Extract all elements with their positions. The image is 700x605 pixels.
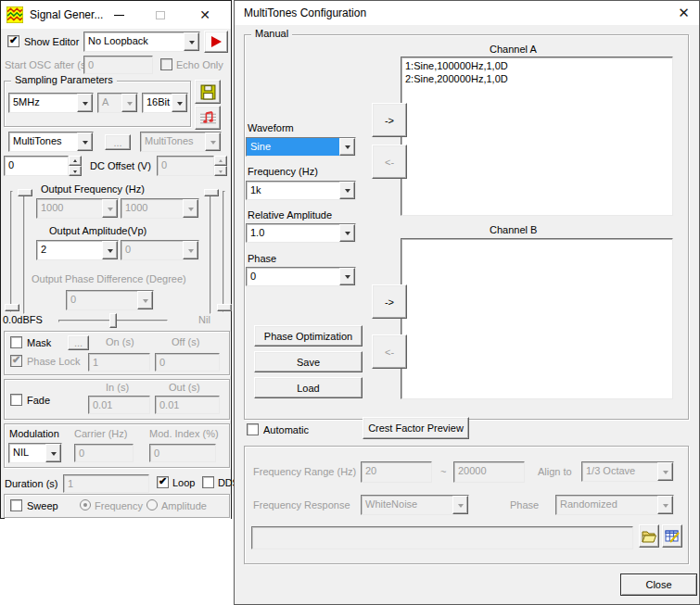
- tilde-label: ~: [440, 466, 446, 477]
- save-settings-button[interactable]: [195, 80, 221, 104]
- show-editor-checkbox[interactable]: ✔: [7, 35, 19, 47]
- level-slider-right-inner[interactable]: [210, 189, 212, 314]
- save-button[interactable]: Save: [254, 351, 363, 372]
- loopback-select[interactable]: No Loopback: [83, 32, 200, 52]
- multitones-titlebar[interactable]: MultiTones Configuration ✕: [235, 1, 699, 25]
- close-button[interactable]: ✕: [189, 1, 221, 29]
- dropdown-arrow-icon[interactable]: [339, 224, 355, 242]
- browse-file-button[interactable]: [639, 524, 659, 548]
- channel-a-list[interactable]: 1:Sine,100000Hz,1,0D2:Sine,200000Hz,1,0D: [401, 57, 673, 216]
- dropdown-arrow-icon[interactable]: [172, 94, 187, 112]
- dialog-close-button[interactable]: Close: [620, 573, 697, 596]
- channel-a-label: Channel A: [490, 44, 537, 55]
- duration-field[interactable]: 1: [63, 474, 149, 493]
- echo-only-checkbox[interactable]: [160, 58, 172, 70]
- level-slider-left-outer[interactable]: [10, 191, 13, 312]
- level-a-field[interactable]: 0: [4, 156, 69, 176]
- start-osc-field[interactable]: 0: [83, 56, 153, 74]
- auto-phase-label: Phase: [510, 499, 539, 510]
- carrier-field[interactable]: 0: [74, 444, 134, 462]
- mask-off-field[interactable]: 0: [155, 353, 220, 372]
- frequency-max-field[interactable]: 20000: [453, 461, 525, 483]
- tone-phase-select[interactable]: 0: [246, 267, 356, 286]
- add-to-channel-a-button[interactable]: ->: [372, 103, 407, 137]
- slider-thumb[interactable]: [109, 313, 117, 328]
- remove-from-channel-b-button[interactable]: <-: [372, 334, 407, 369]
- edit-table-button[interactable]: [662, 524, 682, 548]
- mask-checkbox[interactable]: [10, 336, 22, 348]
- dropdown-arrow-icon[interactable]: [339, 268, 355, 285]
- slider-thumb[interactable]: [217, 304, 232, 311]
- fade-out-field[interactable]: 0.01: [155, 396, 220, 414]
- add-to-channel-b-button[interactable]: ->: [372, 284, 407, 319]
- waveform-preview-button[interactable]: [195, 106, 221, 130]
- spin-down-icon[interactable]: [69, 166, 82, 176]
- remove-from-channel-a-button[interactable]: <-: [372, 145, 407, 179]
- dropdown-arrow-icon[interactable]: [184, 32, 199, 51]
- wave-type-b-select[interactable]: MultiTones: [140, 132, 222, 152]
- duration-label: Duration (s): [5, 478, 57, 489]
- phase-lock-checkbox[interactable]: ✔: [10, 355, 22, 367]
- wave-more-button[interactable]: ...: [105, 134, 131, 150]
- sweep-amplitude-radio[interactable]: [146, 499, 158, 510]
- dropdown-arrow-icon[interactable]: [77, 132, 93, 151]
- channel-select[interactable]: A: [97, 93, 138, 113]
- fade-checkbox[interactable]: [10, 394, 22, 406]
- wave-type-a-select[interactable]: MultiTones: [8, 132, 94, 152]
- load-button[interactable]: Load: [254, 377, 363, 398]
- dropdown-arrow-icon[interactable]: [102, 241, 118, 259]
- spin-up-icon[interactable]: [69, 156, 82, 166]
- carrier-label: Carrier (Hz): [74, 428, 127, 439]
- slider-thumb[interactable]: [18, 189, 32, 196]
- output-frequency-b-select[interactable]: 1000: [121, 198, 199, 219]
- auto-phase-select[interactable]: Randomized: [555, 495, 674, 515]
- loop-checkbox[interactable]: ✔: [157, 476, 169, 488]
- output-amplitude-b-select[interactable]: 0: [121, 240, 199, 260]
- tone-frequency-select[interactable]: 1k: [246, 181, 356, 200]
- close-button[interactable]: ✕: [668, 1, 699, 25]
- dropdown-arrow-icon[interactable]: [45, 444, 61, 462]
- output-amplitude-a-select[interactable]: 2: [36, 240, 119, 260]
- maximize-button[interactable]: [146, 1, 174, 29]
- sweep-checkbox[interactable]: [10, 499, 22, 511]
- fade-in-field[interactable]: 0.01: [88, 396, 150, 414]
- sweep-frequency-radio[interactable]: [80, 499, 91, 510]
- dds-checkbox[interactable]: [202, 476, 214, 488]
- list-item[interactable]: 2:Sine,200000Hz,1,0D: [405, 72, 668, 85]
- bit-depth-select[interactable]: 16Bit: [142, 93, 188, 113]
- output-frequency-label: Output Frequency (Hz): [41, 183, 145, 195]
- dropdown-arrow-icon[interactable]: [339, 138, 355, 156]
- file-path-field[interactable]: [251, 526, 633, 549]
- start-button[interactable]: [204, 31, 228, 53]
- list-item[interactable]: 1:Sine,100000Hz,1,0D: [405, 59, 668, 72]
- automatic-checkbox[interactable]: [247, 423, 259, 435]
- modulation-type-select[interactable]: NIL: [8, 443, 62, 463]
- frequency-response-select[interactable]: WhiteNoise: [361, 495, 469, 515]
- slider-thumb[interactable]: [204, 189, 219, 196]
- level-slider-right-outer[interactable]: [223, 191, 225, 312]
- frequency-min-field[interactable]: 20: [361, 461, 432, 483]
- mask-more-button[interactable]: ...: [68, 335, 89, 350]
- dropdown-arrow-icon[interactable]: [339, 182, 355, 199]
- dropdown-arrow-icon[interactable]: [77, 94, 93, 112]
- align-to-select[interactable]: 1/3 Octave: [581, 461, 674, 482]
- dc-offset-field[interactable]: 0: [157, 156, 214, 176]
- channel-b-list[interactable]: [401, 238, 673, 399]
- mod-index-field[interactable]: 0: [149, 444, 216, 462]
- output-phase-select[interactable]: 0: [66, 290, 154, 310]
- auto-phase-value: Randomized: [556, 496, 657, 514]
- minimize-button[interactable]: [105, 1, 133, 29]
- phase-lock-label: Phase Lock: [27, 356, 80, 367]
- phase-optimization-button[interactable]: Phase Optimization: [254, 325, 363, 347]
- sample-rate-select[interactable]: 5MHz: [8, 93, 94, 113]
- level-a-spinner[interactable]: [69, 156, 82, 176]
- relative-amplitude-select[interactable]: 1.0: [246, 223, 356, 243]
- level-slider-left-inner[interactable]: [23, 189, 26, 314]
- waveform-select[interactable]: Sine: [246, 137, 356, 157]
- slider-thumb[interactable]: [5, 304, 19, 311]
- output-frequency-a-select[interactable]: 1000: [36, 198, 119, 219]
- signal-generator-titlebar[interactable]: Signal Gener... ✕: [1, 1, 231, 29]
- mask-on-field[interactable]: 1: [88, 353, 150, 372]
- dc-offset-spinner[interactable]: [214, 156, 227, 176]
- crest-factor-preview-button[interactable]: Crest Factor Preview: [363, 417, 469, 439]
